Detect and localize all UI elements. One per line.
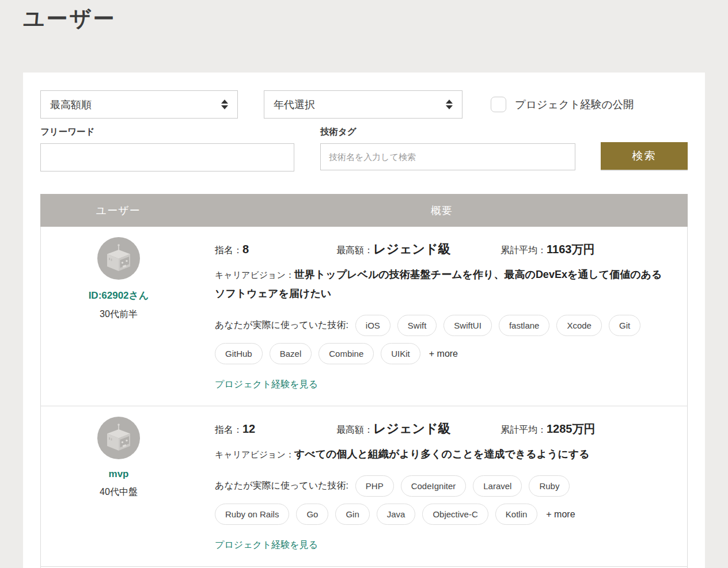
more-tags-label: + more (546, 509, 575, 520)
user-cell: ID:62902さん 30代前半 (41, 237, 196, 391)
sort-order-selected-value: 最高額順 (50, 98, 92, 112)
tech-tag: Kotlin (495, 504, 538, 525)
more-tags-label: + more (429, 349, 458, 359)
tech-tag: Java (377, 504, 416, 525)
select-arrows-icon (446, 100, 453, 109)
tech-tag: SwiftUI (443, 315, 492, 336)
tech-tag: Ruby on Rails (215, 504, 289, 525)
tech-tag: Laravel (473, 475, 522, 497)
tech-tags-line-1: あなたが実際に使っていた技術: PHP CodeIgniter Laravel … (215, 475, 670, 497)
age-range-selected-value: 年代選択 (274, 98, 315, 112)
search-button[interactable]: 検索 (601, 142, 688, 170)
robot-avatar-icon[interactable] (97, 417, 140, 459)
project-experience-checkbox-label: プロジェクト経験の公開 (515, 97, 634, 112)
tech-tag: Xcode (556, 315, 602, 336)
stat-cumulative-average: 累計平均：1285万円 (500, 421, 596, 437)
robot-avatar-icon[interactable] (97, 237, 140, 280)
user-cell: mvp 40代中盤 (41, 417, 196, 551)
table-header-overview: 概要 (196, 204, 688, 218)
user-row: mvp 40代中盤 指名：12 最高額：レジェンド級 累計平均：1285万円 (40, 406, 688, 566)
stat-nominations: 指名：12 (215, 422, 336, 436)
tech-tags-line-1: あなたが実際に使っていた技術: iOS Swift SwiftUI fastla… (215, 315, 670, 336)
tech-tag: Go (296, 504, 328, 525)
tech-tag: Combine (318, 343, 374, 364)
user-age: 30代前半 (100, 308, 138, 321)
table-header: ユーザー 概要 (40, 194, 688, 227)
tech-tag: iOS (355, 315, 390, 336)
tech-tag: UIKit (381, 343, 420, 364)
stat-max-amount: 最高額：レジェンド級 (336, 420, 500, 437)
user-stats: 指名：12 最高額：レジェンド級 累計平均：1285万円 (215, 420, 670, 437)
user-name-link[interactable]: mvp (109, 468, 129, 480)
user-stats: 指名：8 最高額：レジェンド級 累計平均：1163万円 (215, 241, 670, 258)
tech-tag: Bazel (270, 343, 312, 364)
sort-order-select[interactable]: 最高額順 (40, 90, 238, 119)
view-project-experience-link[interactable]: プロジェクト経験を見る (215, 379, 318, 391)
overview-cell: 指名：8 最高額：レジェンド級 累計平均：1163万円 キャリアビジョン：世界ト… (196, 237, 687, 391)
tech-tag: Gin (335, 504, 369, 525)
age-range-select[interactable]: 年代選択 (264, 90, 462, 119)
user-age: 40代中盤 (100, 486, 138, 498)
table-header-user: ユーザー (40, 204, 196, 218)
tech-tag: CodeIgniter (401, 475, 467, 497)
stat-nominations: 指名：8 (215, 243, 336, 257)
tech-tags-line-2: GitHub Bazel Combine UIKit + more (215, 343, 670, 364)
page-title: ユーザー (23, 5, 728, 33)
content-card: 最高額順 年代選択 プロジェクト経験の公開 フリーワード 技術タグ 検索 ユーザ… (23, 73, 705, 568)
freeword-input[interactable] (40, 143, 294, 171)
tech-tag: PHP (355, 475, 394, 497)
techtag-label: 技術タグ (320, 126, 357, 138)
tech-tag: fastlane (499, 315, 550, 336)
user-row: ID:62902さん 30代前半 指名：8 最高額：レジェンド級 累計平均：11… (40, 227, 688, 406)
career-vision: キャリアビジョン：世界トップレベルの技術基盤チームを作り、最高のDevExを通し… (215, 265, 670, 303)
tech-tag: Git (609, 315, 640, 336)
select-arrows-icon (221, 100, 228, 109)
overview-cell: 指名：12 最高額：レジェンド級 累計平均：1285万円 キャリアビジョン：すべ… (196, 417, 687, 551)
user-name-link[interactable]: ID:62902さん (89, 289, 149, 302)
filter-bar: 最高額順 年代選択 プロジェクト経験の公開 フリーワード 技術タグ 検索 (40, 90, 688, 171)
career-vision: キャリアビジョン：すべての個人と組織がより多くのことを達成できるようにする (215, 445, 670, 464)
user-table: ユーザー 概要 ID:62 (40, 194, 688, 568)
tech-tag: Objective-C (422, 504, 488, 525)
freeword-label: フリーワード (40, 126, 94, 138)
tech-tag: GitHub (215, 343, 263, 364)
stat-cumulative-average: 累計平均：1163万円 (500, 242, 594, 257)
tech-tag: Ruby (529, 475, 570, 497)
tech-tags-line-2: Ruby on Rails Go Gin Java Objective-C Ko… (215, 504, 670, 525)
project-experience-checkbox[interactable] (491, 97, 506, 112)
tech-tag: Swift (397, 315, 437, 336)
stat-max-amount: 最高額：レジェンド級 (336, 241, 500, 258)
view-project-experience-link[interactable]: プロジェクト経験を見る (215, 539, 318, 551)
techtag-input[interactable] (320, 143, 575, 170)
project-experience-public-option[interactable]: プロジェクト経験の公開 (491, 97, 634, 112)
